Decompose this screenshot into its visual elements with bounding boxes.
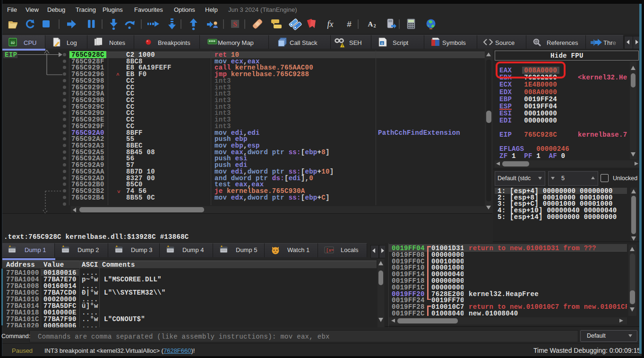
svg-text:o: o: [381, 42, 383, 45]
svg-text:[x=: [x=: [326, 248, 334, 253]
svg-text:!: !: [342, 44, 343, 48]
svg-text:fx: fx: [327, 19, 334, 29]
svg-text:2: 2: [374, 23, 376, 28]
svg-text:32: 32: [11, 41, 15, 45]
svg-text:A: A: [368, 20, 373, 28]
svg-text:#: #: [347, 20, 352, 29]
svg-text:S: S: [233, 20, 237, 28]
